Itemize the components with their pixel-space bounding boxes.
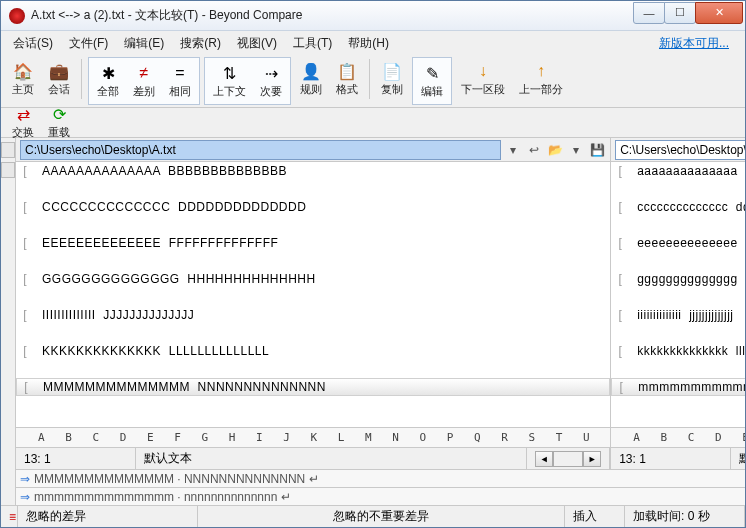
- titlebar: A.txt <--> a (2).txt - 文本比较(T) - Beyond …: [1, 1, 745, 31]
- toolbar-main: 🏠主页 💼会话 ✱全部 ≠差别 =相同 ⇅上下文 ⇢次要 👤规则 📋格式 📄复制…: [1, 55, 745, 108]
- right-statusrow: 13: 1 默认文本 ◄►: [611, 447, 745, 469]
- copy-button[interactable]: 📄复制: [374, 57, 410, 101]
- diff-detail-row-2: ⇒mmmmmmmmmmmmmm · nnnnnnnnnnnnnn ↵: [16, 487, 745, 505]
- left-open-icon[interactable]: 📂: [546, 141, 564, 159]
- same-button[interactable]: =相同: [162, 59, 198, 103]
- edit-group: ✎编辑: [412, 57, 452, 105]
- menu-tools[interactable]: 工具(T): [287, 32, 338, 55]
- menu-edit[interactable]: 编辑(E): [118, 32, 170, 55]
- rules-button[interactable]: 👤规则: [293, 57, 329, 101]
- left-dropdown2-icon[interactable]: ▾: [567, 141, 585, 159]
- toolbar-secondary: ⇄交换 ⟳重载: [1, 108, 745, 138]
- left-history-icon[interactable]: ↩: [525, 141, 543, 159]
- equal-icon: =: [170, 63, 190, 83]
- thumbnail-icon: [1, 162, 15, 178]
- next-section-button[interactable]: ↓下一区段: [454, 57, 512, 101]
- referee-icon: 👤: [301, 61, 321, 81]
- text-line: AAAAAAAAAAAAAA BBBBBBBBBBBBBB: [34, 164, 287, 178]
- close-button[interactable]: ✕: [695, 2, 743, 24]
- briefcase-icon: 💼: [49, 61, 69, 81]
- maximize-button[interactable]: ☐: [664, 2, 696, 24]
- context-button[interactable]: ⇅上下文: [206, 59, 253, 103]
- minimize-button[interactable]: ―: [633, 2, 665, 24]
- minor-button[interactable]: ⇢次要: [253, 59, 289, 103]
- edit-button[interactable]: ✎编辑: [414, 59, 450, 103]
- text-line: gggggggggggggg hhhhhhhhhhhhhh: [629, 272, 745, 286]
- text-line: aaaaaaaaaaaaaa bbbbbbbbbbbbbb: [629, 164, 745, 178]
- home-icon: 🏠: [13, 61, 33, 81]
- right-ruler: A B C D E F G H I J K L M N O P Q R S T …: [611, 427, 745, 447]
- left-content[interactable]: [AAAAAAAAAAAAAA BBBBBBBBBBBBBB [CCCCCCCC…: [16, 162, 610, 427]
- text-line: CCCCCCCCCCCCCC DDDDDDDDDDDDDD: [34, 200, 306, 214]
- notequal-icon: ≠: [134, 63, 154, 83]
- left-statusrow: 13: 1 默认文本 ◄►: [16, 447, 610, 469]
- left-mode: 默认文本: [136, 448, 527, 469]
- thumbnail-gutter[interactable]: [1, 138, 16, 505]
- left-pathbar: ▾ ↩ 📂 ▾ 💾: [16, 138, 610, 162]
- right-content[interactable]: [aaaaaaaaaaaaaa bbbbbbbbbbbbbb [cccccccc…: [611, 162, 745, 427]
- filter-group: ✱全部 ≠差别 =相同: [88, 57, 200, 105]
- format-icon: 📋: [337, 61, 357, 81]
- text-line: MMMMMMMMMMMMMM NNNNNNNNNNNNNN: [35, 380, 326, 394]
- reload-icon: ⟳: [49, 105, 69, 124]
- right-pathbar: ▾ ↩ 📂 ▾ 💾: [611, 138, 745, 162]
- main-area: ▾ ↩ 📂 ▾ 💾 [AAAAAAAAAAAAAA BBBBBBBBBBBBBB…: [1, 138, 745, 505]
- right-mode: 默认文本: [731, 448, 745, 469]
- text-line: mmmmmmmmmmmmmm nnnnnnnnnnnnnn: [630, 380, 745, 394]
- text-line: EEEEEEEEEEEEEE FFFFFFFFFFFFFF: [34, 236, 278, 250]
- status-loadtime: 加载时间: 0 秒: [625, 506, 745, 527]
- left-ruler: A B C D E F G H I J K L M N O P Q R S T …: [16, 427, 610, 447]
- context-group: ⇅上下文 ⇢次要: [204, 57, 291, 105]
- statusbar: ≡ 忽略的差异 忽略的不重要差异 插入 加载时间: 0 秒: [1, 505, 745, 527]
- copy-icon: 📄: [382, 61, 402, 81]
- window-title: A.txt <--> a (2).txt - 文本比较(T) - Beyond …: [31, 7, 634, 24]
- right-pane: ▾ ↩ 📂 ▾ 💾 [aaaaaaaaaaaaaa bbbbbbbbbbbbbb…: [611, 138, 745, 469]
- app-icon: [9, 8, 25, 24]
- context-icon: ⇅: [220, 63, 240, 83]
- menubar: 会话(S) 文件(F) 编辑(E) 搜索(R) 视图(V) 工具(T) 帮助(H…: [1, 31, 745, 55]
- diff-marker-icon: ≡: [1, 506, 18, 527]
- left-path-input[interactable]: [20, 140, 501, 160]
- menu-help[interactable]: 帮助(H): [342, 32, 395, 55]
- diff-button[interactable]: ≠差别: [126, 59, 162, 103]
- arrow-right-icon: ⇒: [20, 490, 30, 504]
- text-line: iiiiiiiiiiiiii jjjjjjjjjjjjjj: [629, 308, 733, 322]
- right-path-input[interactable]: [615, 140, 745, 160]
- text-line: KKKKKKKKKKKKKK LLLLLLLLLLLLLL: [34, 344, 269, 358]
- status-ignored-minor: 忽略的不重要差异: [198, 506, 565, 527]
- status-insert: 插入: [565, 506, 625, 527]
- swap-icon: ⇄: [13, 105, 33, 124]
- text-line: cccccccccccccc dddddddddddddd: [629, 200, 745, 214]
- arrow-right-icon: ⇒: [20, 472, 30, 486]
- reload-button[interactable]: ⟳重载: [41, 109, 77, 137]
- minor-icon: ⇢: [261, 63, 281, 83]
- left-save-icon[interactable]: 💾: [588, 141, 606, 159]
- app-window: A.txt <--> a (2).txt - 文本比较(T) - Beyond …: [0, 0, 746, 528]
- format-button[interactable]: 📋格式: [329, 57, 365, 101]
- prev-section-button[interactable]: ↑上一部分: [512, 57, 570, 101]
- pencil-icon: ✎: [422, 63, 442, 83]
- left-hscroll[interactable]: ◄►: [527, 448, 610, 469]
- arrow-down-icon: ↓: [473, 61, 493, 81]
- text-line: GGGGGGGGGGGGGG HHHHHHHHHHHHHH: [34, 272, 316, 286]
- text-line: kkkkkkkkkkkkkk llllllllllllll: [629, 344, 745, 358]
- arrow-up-icon: ↑: [531, 61, 551, 81]
- home-button[interactable]: 🏠主页: [5, 57, 41, 101]
- left-pane: ▾ ↩ 📂 ▾ 💾 [AAAAAAAAAAAAAA BBBBBBBBBBBBBB…: [16, 138, 611, 469]
- menu-file[interactable]: 文件(F): [63, 32, 114, 55]
- menu-session[interactable]: 会话(S): [7, 32, 59, 55]
- diff-detail-row-1: ⇒MMMMMMMMMMMMMM · NNNNNNNNNNNNNN ↵: [16, 469, 745, 487]
- new-version-link[interactable]: 新版本可用...: [659, 35, 739, 52]
- thumbnail-icon: [1, 142, 15, 158]
- all-button[interactable]: ✱全部: [90, 59, 126, 103]
- right-cursor-pos: 13: 1: [611, 448, 731, 469]
- status-ignored: 忽略的差异: [18, 506, 198, 527]
- left-cursor-pos: 13: 1: [16, 448, 136, 469]
- swap-button[interactable]: ⇄交换: [5, 109, 41, 137]
- star-icon: ✱: [98, 63, 118, 83]
- menu-view[interactable]: 视图(V): [231, 32, 283, 55]
- menu-search[interactable]: 搜索(R): [174, 32, 227, 55]
- left-dropdown-icon[interactable]: ▾: [504, 141, 522, 159]
- text-line: eeeeeeeeeeeeee ffffffffffffff: [629, 236, 745, 250]
- session-button[interactable]: 💼会话: [41, 57, 77, 101]
